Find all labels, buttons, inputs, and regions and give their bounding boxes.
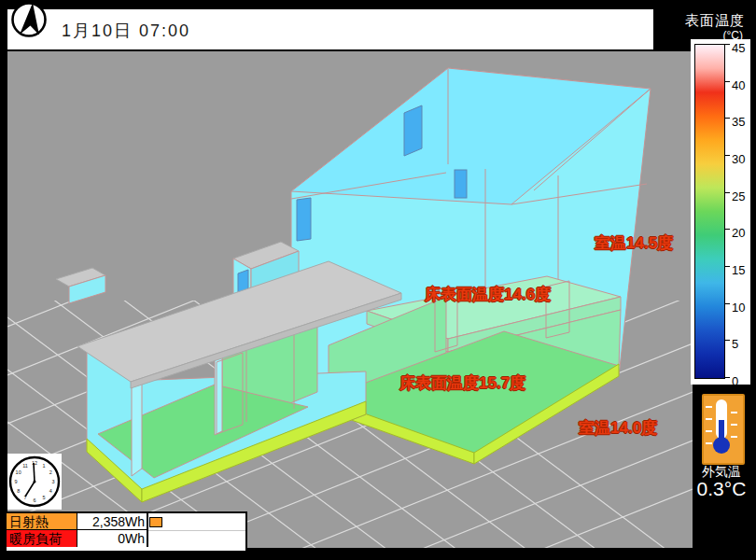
- 2f-window: [455, 170, 467, 198]
- heating-load-label: 暖房負荷: [7, 530, 77, 547]
- solar-heat-label: 日射熱: [7, 513, 77, 530]
- compass-icon: [9, 0, 50, 43]
- svg-text:9: 9: [14, 479, 17, 484]
- scale-tick-label: 25: [732, 189, 745, 203]
- scale-tick-label: 45: [732, 41, 745, 55]
- svg-text:11: 11: [22, 463, 28, 469]
- minute-hand: [34, 463, 35, 482]
- datetime-label: 1月10日 07:00: [62, 20, 190, 42]
- scale-tick-label: 15: [732, 263, 745, 277]
- 3d-house-viewport[interactable]: [0, 0, 756, 560]
- floor-temp-1f-label: 床表面温度15.7度: [399, 372, 525, 394]
- svg-text:3: 3: [51, 479, 54, 484]
- svg-text:2: 2: [49, 469, 52, 475]
- scale-tick-label: 0: [732, 374, 738, 388]
- thermal-simulation-app: 1月10日 07:00 室温14.5度 床表面温度14.6度 床表面温度15.7…: [0, 0, 756, 560]
- metrics-bar-area: [148, 513, 245, 547]
- svg-text:6: 6: [33, 497, 35, 503]
- thermometer-icon: [702, 394, 745, 465]
- solar-heat-value: 2,358Wh: [77, 513, 148, 530]
- temperature-gradient-bar: [694, 44, 725, 379]
- left-wall-window: [297, 198, 311, 241]
- heating-load-value: 0Wh: [77, 530, 148, 547]
- solar-heat-bar: [149, 517, 162, 527]
- svg-text:12: 12: [32, 460, 37, 466]
- room-temp-2f-label: 室温14.5度: [595, 232, 673, 254]
- svg-text:5: 5: [42, 495, 45, 500]
- metrics-table: 日射熱 2,358Wh 暖房負荷 0Wh: [5, 511, 247, 553]
- scale-tick-label: 30: [732, 152, 745, 166]
- scale-tick-label: 5: [732, 337, 738, 351]
- svg-text:4: 4: [49, 488, 52, 494]
- floor-temp-2f-label: 床表面温度14.6度: [425, 284, 551, 305]
- scale-tick-label: 20: [732, 226, 745, 240]
- scale-tick-label: 10: [732, 301, 745, 315]
- svg-text:1: 1: [42, 463, 45, 469]
- scale-tick-label: 35: [732, 115, 745, 129]
- analog-clock: 121234567891011: [7, 454, 62, 510]
- scale-title: 表面温度: [685, 12, 745, 30]
- header-bar: 1月10日 07:00: [7, 9, 653, 49]
- scale-tick-label: 40: [732, 78, 745, 92]
- outdoor-temp-value: 0.3°C: [693, 478, 749, 500]
- roof-window: [404, 105, 422, 156]
- svg-text:10: 10: [16, 469, 21, 475]
- svg-text:8: 8: [17, 488, 20, 494]
- room-temp-1f-label: 室温14.0度: [579, 417, 657, 439]
- temperature-scale: 454035302520151050: [691, 39, 750, 385]
